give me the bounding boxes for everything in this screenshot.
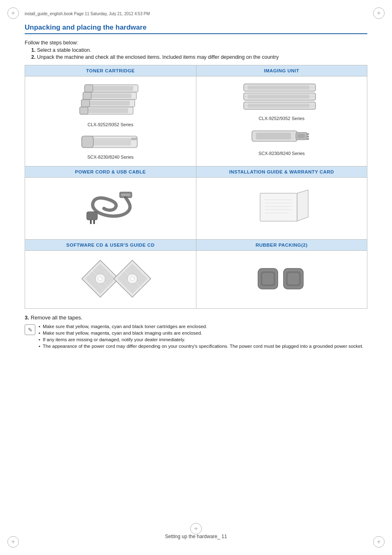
imaging-scx-svg <box>250 127 314 147</box>
power-cord-svg <box>74 183 146 232</box>
svg-rect-8 <box>83 92 91 99</box>
note-icon: ✎ <box>25 324 35 335</box>
svg-rect-7 <box>86 93 131 98</box>
toner-scx-label: SCX-8230/8240 Series <box>78 155 143 160</box>
imaging-scx-group: SCX-8230/8240 Series <box>250 127 314 156</box>
svg-rect-37 <box>260 193 297 221</box>
svg-rect-33 <box>121 194 130 196</box>
bottom-cross: + <box>190 523 202 534</box>
rubber-packing-svg <box>255 262 308 295</box>
note-item: If any items are missing or damaged, not… <box>39 337 363 342</box>
software-cd-content <box>25 251 196 308</box>
imaging-cell: IMAGING UNIT <box>196 65 367 166</box>
corner-mark-tl <box>7 7 19 19</box>
install-guide-svg <box>249 185 314 230</box>
imaging-clx-svg <box>242 81 322 112</box>
svg-rect-31 <box>307 138 309 140</box>
file-info: install_guide_english.book Page 11 Satur… <box>25 12 367 16</box>
imaging-header: IMAGING UNIT <box>196 65 367 76</box>
toner-cell: TONER CARTRIDGE <box>25 65 196 166</box>
svg-rect-2 <box>80 107 88 114</box>
svg-rect-28 <box>297 134 305 138</box>
toner-content: CLX-9252/9352 Series SCX-8230/8240 Serie… <box>25 76 196 166</box>
imaging-scx-label: SCX-8230/8240 Series <box>250 151 314 156</box>
imaging-clx-label: CLX-9252/9352 Series <box>242 116 322 121</box>
rubber-packing-content <box>196 251 367 308</box>
corner-mark-tr <box>373 7 385 19</box>
power-cord-cell: POWER CORD & USB CABLE <box>25 166 196 240</box>
svg-rect-55 <box>262 273 274 284</box>
toner-scx-group: SCX-8230/8240 Series <box>78 133 143 160</box>
svg-rect-36 <box>93 220 95 224</box>
imaging-content: CLX-9252/9352 Series <box>196 76 367 162</box>
steps-list: Select a stable location. Unpack the mac… <box>31 47 367 60</box>
toner-clx-group: CLX-9252/9352 Series <box>76 81 145 127</box>
software-cd-cell: SOFTWARE CD & USER'S GUIDE CD <box>25 240 196 309</box>
power-cord-header: POWER CORD & USB CABLE <box>25 166 196 178</box>
svg-rect-10 <box>88 86 133 91</box>
svg-rect-30 <box>307 136 309 137</box>
toner-clx-svg <box>76 81 145 118</box>
notes-list: Make sure that yellow, magenta, cyan and… <box>39 324 363 350</box>
software-cd-svg <box>69 256 152 301</box>
svg-rect-5 <box>81 99 90 107</box>
svg-rect-11 <box>85 85 93 92</box>
note-item: Make sure that yellow, magenta, cyan and… <box>39 331 363 335</box>
svg-rect-14 <box>82 136 93 148</box>
software-cd-header: SOFTWARE CD & USER'S GUIDE CD <box>25 240 196 251</box>
rubber-packing-header: RUBBER PACKING(2) <box>196 240 367 251</box>
svg-rect-4 <box>85 101 130 106</box>
svg-rect-29 <box>307 133 309 135</box>
step3-container: 3. Remove all the tapes. <box>25 314 367 321</box>
toner-clx-label: CLX-9252/9352 Series <box>76 122 145 127</box>
step3-text: Remove all the tapes. <box>31 314 83 321</box>
notes-box: ✎ Make sure that yellow, magenta, cyan a… <box>25 324 367 350</box>
table-row-3: SOFTWARE CD & USER'S GUIDE CD <box>25 240 367 309</box>
install-guide-header: INSTALLATION GUIDE & WARRANTY CARD <box>196 166 367 178</box>
imaging-clx-group: CLX-9252/9352 Series <box>242 81 322 121</box>
table-row-2: POWER CORD & USB CABLE <box>25 166 367 240</box>
items-table: TONER CARTRIDGE <box>25 65 367 309</box>
svg-marker-38 <box>297 190 308 221</box>
toner-header: TONER CARTRIDGE <box>25 65 196 76</box>
page-footer: Setting up the hardware_ 11 <box>0 534 392 539</box>
svg-rect-1 <box>83 108 128 113</box>
svg-rect-34 <box>87 212 97 220</box>
svg-rect-26 <box>256 133 291 139</box>
table-row-1: TONER CARTRIDGE <box>25 65 367 166</box>
svg-rect-35 <box>90 220 92 224</box>
note-item: Make sure that yellow, magenta, cyan and… <box>39 324 363 329</box>
section-title: Unpacking and placing the hardware <box>25 23 367 34</box>
step-2: Unpack the machine and check all the enc… <box>31 54 367 60</box>
note-item: The appearance of the power cord may dif… <box>39 344 363 349</box>
install-guide-cell: INSTALLATION GUIDE & WARRANTY CARD <box>196 166 367 240</box>
steps-intro: Follow the steps below: <box>25 40 367 46</box>
page-container: install_guide_english.book Page 11 Satur… <box>0 0 392 555</box>
svg-rect-15 <box>131 138 138 140</box>
step3-num: 3. <box>25 314 29 321</box>
toner-scx-svg <box>78 133 143 151</box>
power-cord-content <box>25 178 196 239</box>
svg-rect-58 <box>288 273 299 284</box>
install-guide-content <box>196 178 367 239</box>
step-1: Select a stable location. <box>31 47 367 53</box>
rubber-packing-cell: RUBBER PACKING(2) <box>196 240 367 309</box>
